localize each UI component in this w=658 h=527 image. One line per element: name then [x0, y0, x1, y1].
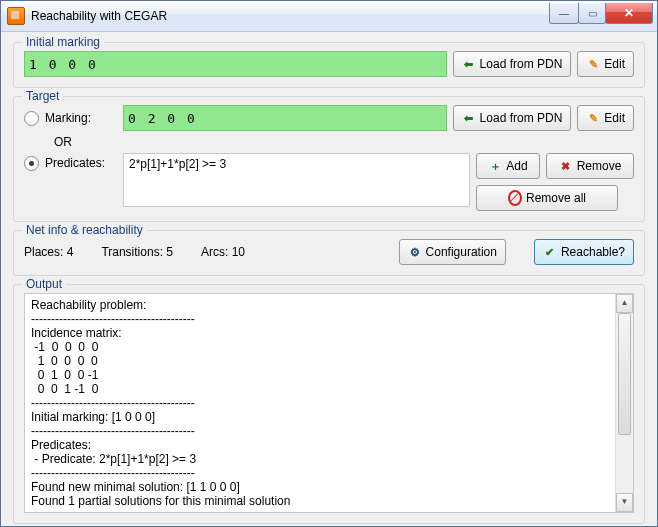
arcs-label: Arcs: 10 — [201, 245, 245, 259]
predicates-list[interactable]: 2*p[1]+1*p[2] >= 3 — [123, 153, 470, 207]
output-text[interactable]: Reachability problem: ------------------… — [25, 294, 615, 512]
arrow-left-icon: ⬅ — [462, 111, 476, 125]
output-group: Output Reachability problem: -----------… — [13, 284, 645, 524]
button-label: Edit — [604, 57, 625, 71]
plus-icon: ＋ — [488, 159, 502, 173]
scroll-up-icon[interactable]: ▲ — [616, 294, 633, 313]
remove-predicate-button[interactable]: ✖ Remove — [546, 153, 634, 179]
output-legend: Output — [22, 277, 66, 291]
no-entry-icon: ／ — [508, 191, 522, 205]
marking-radio[interactable] — [24, 111, 39, 126]
places-label: Places: 4 — [24, 245, 73, 259]
button-label: Add — [506, 159, 527, 173]
button-label: Load from PDN — [480, 111, 563, 125]
target-load-button[interactable]: ⬅ Load from PDN — [453, 105, 572, 131]
window-title: Reachability with CEGAR — [31, 9, 550, 23]
target-legend: Target — [22, 89, 63, 103]
title-bar[interactable]: Reachability with CEGAR — ▭ ✕ — [1, 1, 657, 32]
target-marking-field[interactable]: 0 2 0 0 — [123, 105, 447, 131]
marking-label: Marking: — [45, 111, 117, 125]
pencil-icon: ✎ — [586, 111, 600, 125]
scroll-down-icon[interactable]: ▼ — [616, 493, 633, 512]
initial-marking-group: Initial marking 1 0 0 0 ⬅ Load from PDN … — [13, 42, 645, 88]
configuration-button[interactable]: ⚙ Configuration — [399, 239, 506, 265]
output-scrollbar[interactable]: ▲ ▼ — [615, 294, 633, 512]
minimize-button[interactable]: — — [549, 3, 579, 24]
netinfo-group: Net info & reachability Places: 4 Transi… — [13, 230, 645, 276]
target-edit-button[interactable]: ✎ Edit — [577, 105, 634, 131]
or-label: OR — [54, 135, 634, 149]
predicates-label: Predicates: — [45, 156, 117, 170]
check-icon: ✔ — [543, 245, 557, 259]
arrow-left-icon: ⬅ — [462, 57, 476, 71]
initial-load-button[interactable]: ⬅ Load from PDN — [453, 51, 572, 77]
output-box: Reachability problem: ------------------… — [24, 293, 634, 513]
app-window: Reachability with CEGAR — ▭ ✕ Initial ma… — [0, 0, 658, 527]
pencil-icon: ✎ — [586, 57, 600, 71]
initial-marking-legend: Initial marking — [22, 35, 104, 49]
reachable-button[interactable]: ✔ Reachable? — [534, 239, 634, 265]
button-label: Remove all — [526, 191, 586, 205]
button-label: Load from PDN — [480, 57, 563, 71]
target-group: Target Marking: 0 2 0 0 ⬅ Load from PDN … — [13, 96, 645, 222]
initial-edit-button[interactable]: ✎ Edit — [577, 51, 634, 77]
close-button[interactable]: ✕ — [605, 3, 653, 24]
wand-icon: ⚙ — [408, 245, 422, 259]
maximize-button[interactable]: ▭ — [578, 3, 606, 24]
app-icon — [7, 7, 25, 25]
x-icon: ✖ — [559, 159, 573, 173]
scroll-thumb[interactable] — [618, 313, 631, 435]
button-label: Reachable? — [561, 245, 625, 259]
transitions-label: Transitions: 5 — [101, 245, 173, 259]
add-predicate-button[interactable]: ＋ Add — [476, 153, 540, 179]
button-label: Remove — [577, 159, 622, 173]
window-controls: — ▭ ✕ — [550, 3, 653, 23]
predicates-radio[interactable] — [24, 156, 39, 171]
initial-marking-field[interactable]: 1 0 0 0 — [24, 51, 447, 77]
client-area: Initial marking 1 0 0 0 ⬅ Load from PDN … — [1, 32, 657, 526]
netinfo-legend: Net info & reachability — [22, 223, 147, 237]
button-label: Configuration — [426, 245, 497, 259]
remove-all-button[interactable]: ／ Remove all — [476, 185, 618, 211]
button-label: Edit — [604, 111, 625, 125]
